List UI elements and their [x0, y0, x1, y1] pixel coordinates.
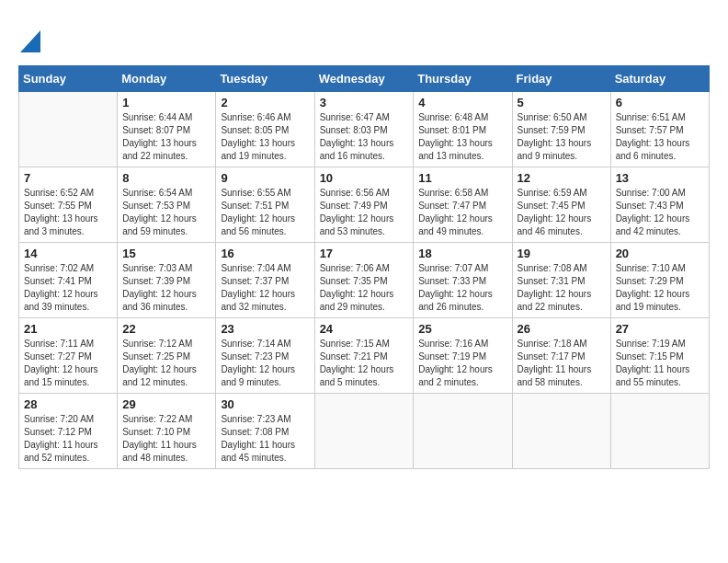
day-number: 12 [518, 171, 606, 185]
day-number: 10 [320, 171, 409, 185]
day-number: 4 [418, 96, 506, 109]
day-info: Sunrise: 6:59 AM Sunset: 7:45 PM Dayligh… [518, 187, 606, 238]
day-info: Sunrise: 7:10 AM Sunset: 7:29 PM Dayligh… [616, 262, 704, 314]
calendar-cell: 5Sunrise: 6:50 AM Sunset: 7:59 PM Daylig… [512, 92, 610, 167]
calendar-cell: 11Sunrise: 6:58 AM Sunset: 7:47 PM Dayli… [414, 167, 512, 243]
day-info: Sunrise: 7:15 AM Sunset: 7:21 PM Dayligh… [320, 338, 409, 389]
day-number: 21 [24, 322, 112, 336]
day-info: Sunrise: 6:50 AM Sunset: 7:59 PM Dayligh… [518, 111, 606, 163]
day-info: Sunrise: 7:03 AM Sunset: 7:39 PM Dayligh… [122, 262, 210, 314]
day-info: Sunrise: 7:20 AM Sunset: 7:12 PM Dayligh… [24, 413, 112, 465]
calendar-cell: 30Sunrise: 7:23 AM Sunset: 7:08 PM Dayli… [216, 394, 314, 469]
day-info: Sunrise: 6:54 AM Sunset: 7:53 PM Dayligh… [122, 187, 210, 238]
day-number: 17 [320, 247, 409, 260]
calendar-cell: 28Sunrise: 7:20 AM Sunset: 7:12 PM Dayli… [19, 394, 118, 469]
day-info: Sunrise: 7:00 AM Sunset: 7:43 PM Dayligh… [616, 187, 704, 238]
day-info: Sunrise: 7:12 AM Sunset: 7:25 PM Dayligh… [122, 338, 210, 389]
svg-marker-0 [20, 30, 40, 52]
day-info: Sunrise: 7:14 AM Sunset: 7:23 PM Dayligh… [221, 338, 309, 389]
day-number: 20 [616, 247, 704, 260]
day-info: Sunrise: 6:51 AM Sunset: 7:57 PM Dayligh… [616, 111, 704, 163]
calendar-cell: 23Sunrise: 7:14 AM Sunset: 7:23 PM Dayli… [216, 318, 314, 394]
calendar-week-1: 1Sunrise: 6:44 AM Sunset: 8:07 PM Daylig… [19, 92, 710, 167]
day-info: Sunrise: 7:11 AM Sunset: 7:27 PM Dayligh… [24, 338, 112, 389]
calendar-cell: 15Sunrise: 7:03 AM Sunset: 7:39 PM Dayli… [118, 243, 216, 318]
day-number: 6 [616, 96, 704, 109]
calendar-header-sunday: Sunday [19, 66, 118, 92]
calendar-cell: 12Sunrise: 6:59 AM Sunset: 7:45 PM Dayli… [512, 167, 610, 243]
calendar-cell: 18Sunrise: 7:07 AM Sunset: 7:33 PM Dayli… [414, 243, 512, 318]
calendar-cell: 14Sunrise: 7:02 AM Sunset: 7:41 PM Dayli… [19, 243, 118, 318]
logo [18, 23, 40, 56]
calendar-cell [314, 394, 414, 469]
calendar-week-4: 21Sunrise: 7:11 AM Sunset: 7:27 PM Dayli… [19, 318, 710, 394]
calendar-header-thursday: Thursday [414, 66, 512, 92]
day-info: Sunrise: 7:22 AM Sunset: 7:10 PM Dayligh… [122, 413, 210, 465]
day-info: Sunrise: 6:58 AM Sunset: 7:47 PM Dayligh… [418, 187, 506, 238]
calendar-header-tuesday: Tuesday [216, 66, 314, 92]
day-number: 5 [518, 96, 606, 109]
calendar-cell: 29Sunrise: 7:22 AM Sunset: 7:10 PM Dayli… [118, 394, 216, 469]
day-info: Sunrise: 7:04 AM Sunset: 7:37 PM Dayligh… [221, 262, 309, 314]
calendar-cell [512, 394, 610, 469]
day-number: 30 [221, 397, 309, 411]
calendar-cell: 22Sunrise: 7:12 AM Sunset: 7:25 PM Dayli… [118, 318, 216, 394]
header [18, 18, 710, 56]
calendar-cell [610, 394, 709, 469]
calendar-cell: 1Sunrise: 6:44 AM Sunset: 8:07 PM Daylig… [118, 92, 216, 167]
calendar-cell: 2Sunrise: 6:46 AM Sunset: 8:05 PM Daylig… [216, 92, 314, 167]
day-info: Sunrise: 7:18 AM Sunset: 7:17 PM Dayligh… [518, 338, 606, 389]
day-number: 16 [221, 247, 309, 260]
day-info: Sunrise: 7:16 AM Sunset: 7:19 PM Dayligh… [418, 338, 506, 389]
calendar-header-friday: Friday [512, 66, 610, 92]
day-info: Sunrise: 6:56 AM Sunset: 7:49 PM Dayligh… [320, 187, 409, 238]
day-info: Sunrise: 6:48 AM Sunset: 8:01 PM Dayligh… [418, 111, 506, 163]
calendar-cell: 17Sunrise: 7:06 AM Sunset: 7:35 PM Dayli… [314, 243, 414, 318]
calendar-cell: 10Sunrise: 6:56 AM Sunset: 7:49 PM Dayli… [314, 167, 414, 243]
day-number: 23 [221, 322, 309, 336]
day-number: 19 [518, 247, 606, 260]
day-number: 11 [418, 171, 506, 185]
calendar-cell [414, 394, 512, 469]
day-number: 7 [24, 171, 112, 185]
calendar-cell: 6Sunrise: 6:51 AM Sunset: 7:57 PM Daylig… [610, 92, 709, 167]
calendar-header-wednesday: Wednesday [314, 66, 414, 92]
day-number: 22 [122, 322, 210, 336]
day-info: Sunrise: 7:02 AM Sunset: 7:41 PM Dayligh… [24, 262, 112, 314]
day-number: 28 [24, 397, 112, 411]
calendar-cell: 8Sunrise: 6:54 AM Sunset: 7:53 PM Daylig… [118, 167, 216, 243]
calendar-cell: 16Sunrise: 7:04 AM Sunset: 7:37 PM Dayli… [216, 243, 314, 318]
day-number: 13 [616, 171, 704, 185]
calendar-header-monday: Monday [118, 66, 216, 92]
day-info: Sunrise: 6:46 AM Sunset: 8:05 PM Dayligh… [221, 111, 309, 163]
calendar-cell: 21Sunrise: 7:11 AM Sunset: 7:27 PM Dayli… [19, 318, 118, 394]
calendar-cell: 4Sunrise: 6:48 AM Sunset: 8:01 PM Daylig… [414, 92, 512, 167]
calendar-cell [19, 92, 118, 167]
calendar-cell: 25Sunrise: 7:16 AM Sunset: 7:19 PM Dayli… [414, 318, 512, 394]
calendar-cell: 13Sunrise: 7:00 AM Sunset: 7:43 PM Dayli… [610, 167, 709, 243]
day-info: Sunrise: 7:08 AM Sunset: 7:31 PM Dayligh… [518, 262, 606, 314]
day-info: Sunrise: 7:06 AM Sunset: 7:35 PM Dayligh… [320, 262, 409, 314]
day-info: Sunrise: 7:23 AM Sunset: 7:08 PM Dayligh… [221, 413, 309, 465]
day-number: 8 [122, 171, 210, 185]
calendar-header-row: SundayMondayTuesdayWednesdayThursdayFrid… [19, 66, 710, 92]
logo-icon [20, 27, 40, 52]
calendar-cell: 9Sunrise: 6:55 AM Sunset: 7:51 PM Daylig… [216, 167, 314, 243]
day-number: 3 [320, 96, 409, 109]
day-number: 2 [221, 96, 309, 109]
calendar-cell: 27Sunrise: 7:19 AM Sunset: 7:15 PM Dayli… [610, 318, 709, 394]
day-number: 25 [418, 322, 506, 336]
day-info: Sunrise: 6:55 AM Sunset: 7:51 PM Dayligh… [221, 187, 309, 238]
day-info: Sunrise: 6:47 AM Sunset: 8:03 PM Dayligh… [320, 111, 409, 163]
calendar-cell: 3Sunrise: 6:47 AM Sunset: 8:03 PM Daylig… [314, 92, 414, 167]
day-info: Sunrise: 6:52 AM Sunset: 7:55 PM Dayligh… [24, 187, 112, 238]
day-number: 1 [122, 96, 210, 109]
day-number: 14 [24, 247, 112, 260]
day-number: 27 [616, 322, 704, 336]
calendar-table: SundayMondayTuesdayWednesdayThursdayFrid… [18, 65, 710, 469]
day-info: Sunrise: 7:19 AM Sunset: 7:15 PM Dayligh… [616, 338, 704, 389]
calendar-cell: 26Sunrise: 7:18 AM Sunset: 7:17 PM Dayli… [512, 318, 610, 394]
day-info: Sunrise: 7:07 AM Sunset: 7:33 PM Dayligh… [418, 262, 506, 314]
day-number: 24 [320, 322, 409, 336]
calendar-week-5: 28Sunrise: 7:20 AM Sunset: 7:12 PM Dayli… [19, 394, 710, 469]
